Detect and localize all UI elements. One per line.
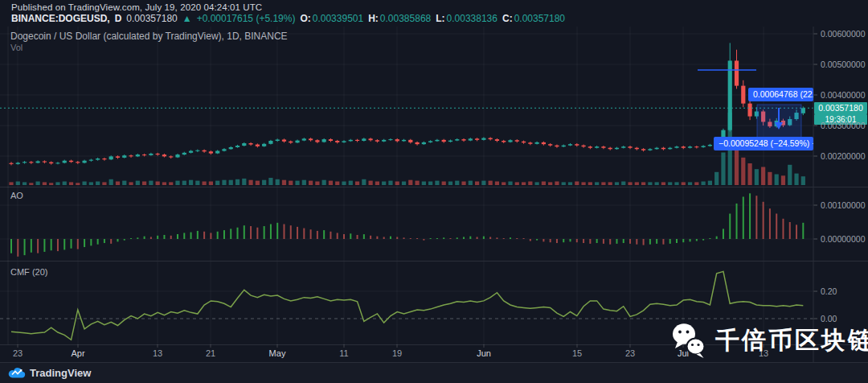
- time-scale-label: May: [269, 348, 286, 358]
- measure-range-up-label: 0.00064768 (22.10%): [748, 88, 813, 101]
- ao-indicator-label: AO: [10, 191, 23, 200]
- watermark-text: 千倍币区块链: [715, 324, 868, 357]
- tradingview-logo-icon[interactable]: [8, 367, 26, 379]
- tradingview-brand-text[interactable]: TradingView: [30, 367, 91, 379]
- price-scale-label: 0.00600000: [821, 29, 865, 39]
- price-scale-label: 0.20: [821, 286, 837, 296]
- time-scale-label: 23: [625, 348, 635, 358]
- time-scale-label: 13: [153, 348, 162, 358]
- time-scale-label: 11: [339, 348, 348, 358]
- price-scale-label: 0.00100000: [821, 200, 865, 210]
- price-scale-label: 0.00500000: [821, 60, 865, 69]
- current-price-badge: 0.00357180: [814, 102, 867, 114]
- tradingview-published-chart: Published on TradingView.com, July 19, 2…: [0, 0, 868, 383]
- time-scale-label: 19: [392, 348, 402, 358]
- time-scale-label: 21: [206, 348, 215, 358]
- price-scale-label: 0.00000000: [821, 234, 865, 244]
- wechat-icon: [672, 322, 706, 359]
- time-scale-label: Apr: [71, 348, 84, 358]
- footer-bar: TradingView: [0, 362, 868, 383]
- price-scale-label: 0.00200000: [821, 151, 865, 161]
- measure-range-down-label: −0.00095248 (−24.59%) −952: [714, 137, 813, 150]
- time-scale-label: Jun: [477, 348, 491, 358]
- volume-indicator-label: Vol: [10, 43, 23, 52]
- cmf-indicator-label: CMF (20): [10, 267, 47, 277]
- price-scale-label: 0.00400000: [821, 90, 865, 100]
- price-scale-label: 0.00300000: [821, 121, 865, 130]
- chart-title: Dogecoin / US Dollar (calculated by Trad…: [10, 31, 288, 42]
- time-scale-label: 23: [13, 348, 23, 358]
- wechat-watermark: 千倍币区块链: [672, 322, 868, 359]
- time-scale-label: 15: [572, 348, 582, 358]
